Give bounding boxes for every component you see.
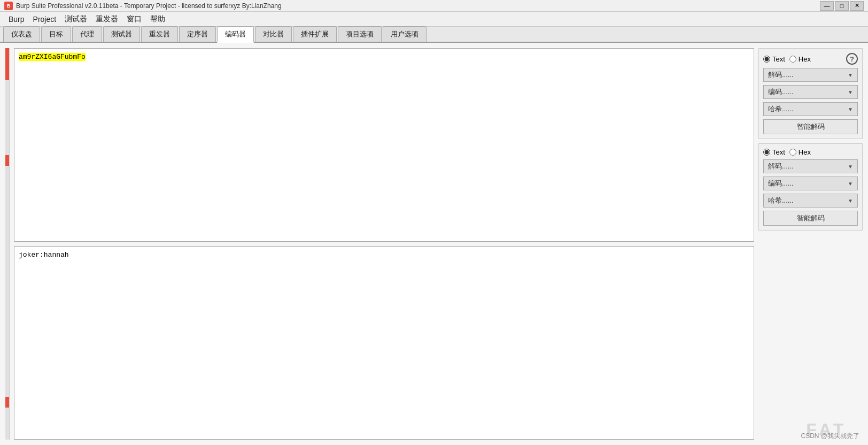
tab-proxy[interactable]: 代理 <box>72 26 102 42</box>
tab-repeater[interactable]: 重发器 <box>141 26 178 42</box>
radio-hex-label-1: Hex <box>799 55 811 63</box>
title-text: Burp Suite Professional v2.0.11beta - Te… <box>16 2 820 10</box>
window-controls: — □ ✕ <box>820 1 864 11</box>
smart-decode-button-1[interactable]: 智能解码 <box>763 119 858 134</box>
panel1-textarea[interactable] <box>14 49 754 241</box>
radio-text-input-2[interactable] <box>763 149 770 156</box>
radio-text-2[interactable]: Text <box>763 148 785 156</box>
radio-hex-input-1[interactable] <box>789 56 796 63</box>
radio-hex-2[interactable]: Hex <box>789 148 811 156</box>
hash-dropdown-1[interactable]: 哈希...... ▼ <box>763 102 858 116</box>
decode-arrow-1: ▼ <box>848 72 853 78</box>
app-icon: B <box>4 2 13 10</box>
encode-label-1: 编码...... <box>768 87 794 97</box>
main-content: am9rZXI6aGFubmFo joker:hannah Text Hex <box>0 43 868 445</box>
menu-window[interactable]: 窗口 <box>122 13 146 26</box>
maximize-button[interactable]: □ <box>835 1 849 11</box>
tab-scanner[interactable]: 测试器 <box>103 26 140 42</box>
sidebar-accent-mid <box>5 155 9 166</box>
tab-project-options[interactable]: 项目选项 <box>338 26 382 42</box>
encode-dropdown-2[interactable]: 编码...... ▼ <box>763 177 858 190</box>
encode-label-2: 编码...... <box>768 179 794 188</box>
smart-decode-button-2[interactable]: 智能解码 <box>763 211 858 226</box>
hash-dropdown-2[interactable]: 哈希...... ▼ <box>763 194 858 208</box>
encoder-panel-2: joker:hannah <box>14 246 754 440</box>
menu-repeater[interactable]: 重发器 <box>91 13 122 26</box>
hash-label-1: 哈希...... <box>768 104 794 114</box>
radio-row-1: Text Hex ? <box>763 53 858 65</box>
hash-label-2: 哈希...... <box>768 196 794 205</box>
bottom-watermark: CSDN @我头就秃了 <box>801 432 859 441</box>
encoder-panel-1: am9rZXI6aGFubmFo <box>14 48 754 242</box>
decode-dropdown-2[interactable]: 解码...... ▼ <box>763 159 858 173</box>
decode-label-1: 解码...... <box>768 70 794 80</box>
hash-arrow-2: ▼ <box>848 198 853 204</box>
close-button[interactable]: ✕ <box>850 1 864 11</box>
radio-text-label-1: Text <box>772 55 785 63</box>
radio-hex-1[interactable]: Hex <box>789 55 811 63</box>
help-button-1[interactable]: ? <box>846 53 858 65</box>
menu-tester[interactable]: 测试器 <box>60 13 91 26</box>
left-sidebar <box>5 48 10 440</box>
tab-user-options[interactable]: 用户选项 <box>383 26 427 42</box>
tab-comparer[interactable]: 对比器 <box>255 26 292 42</box>
tab-extender[interactable]: 插件扩展 <box>293 26 337 42</box>
sidebar-accent-bottom <box>5 397 9 408</box>
encode-dropdown-1[interactable]: 编码...... ▼ <box>763 85 858 99</box>
decode-arrow-2: ▼ <box>848 164 853 170</box>
menu-project[interactable]: Project <box>29 13 61 25</box>
panel2-textarea[interactable] <box>14 247 754 439</box>
control-panel-2: Text Hex 解码...... ▼ 编码...... ▼ 哈希...... … <box>758 143 863 231</box>
tab-sequencer[interactable]: 定序器 <box>179 26 216 42</box>
radio-hex-input-2[interactable] <box>789 149 796 156</box>
menu-bar: Burp Project 测试器 重发器 窗口 帮助 <box>0 12 868 27</box>
encode-arrow-1: ▼ <box>848 89 853 95</box>
title-bar: B Burp Suite Professional v2.0.11beta - … <box>0 0 868 12</box>
encode-arrow-2: ▼ <box>848 181 853 187</box>
control-panel-1: Text Hex ? 解码...... ▼ 编码...... ▼ 哈希.....… <box>758 48 863 139</box>
menu-burp[interactable]: Burp <box>4 13 29 25</box>
tab-bar: 仪表盘 目标 代理 测试器 重发器 定序器 编码器 对比器 插件扩展 项目选项 … <box>0 27 868 43</box>
panels-area: am9rZXI6aGFubmFo joker:hannah <box>14 48 754 440</box>
tab-encoder[interactable]: 编码器 <box>217 26 254 43</box>
menu-help[interactable]: 帮助 <box>146 13 169 26</box>
hash-arrow-1: ▼ <box>848 106 853 112</box>
tab-dashboard[interactable]: 仪表盘 <box>3 26 40 42</box>
controls-area: Text Hex ? 解码...... ▼ 编码...... ▼ 哈希.....… <box>758 48 863 440</box>
radio-hex-label-2: Hex <box>799 148 811 156</box>
radio-text-input-1[interactable] <box>763 56 770 63</box>
tab-target[interactable]: 目标 <box>41 26 71 42</box>
decode-dropdown-1[interactable]: 解码...... ▼ <box>763 68 858 82</box>
radio-text-1[interactable]: Text <box>763 55 785 63</box>
radio-row-2: Text Hex <box>763 148 858 156</box>
radio-text-label-2: Text <box>772 148 785 156</box>
decode-label-2: 解码...... <box>768 162 794 171</box>
minimize-button[interactable]: — <box>820 1 834 11</box>
sidebar-accent-top <box>5 48 9 80</box>
